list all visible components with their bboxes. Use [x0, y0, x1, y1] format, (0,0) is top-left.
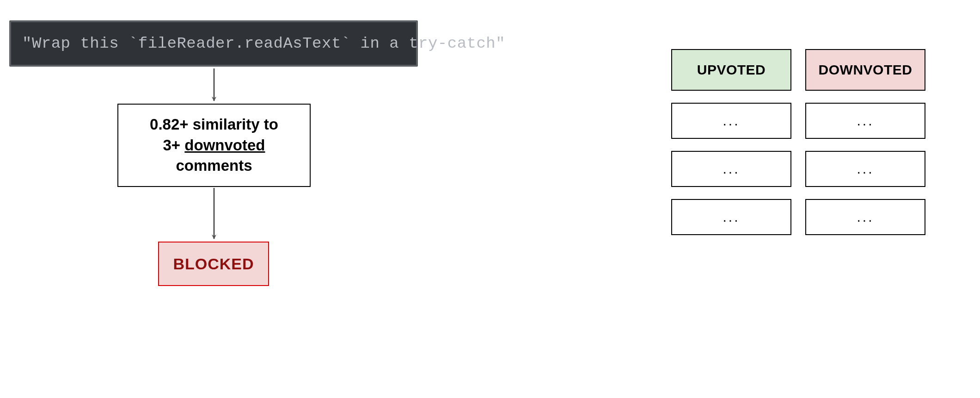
- rule-line-3: comments: [176, 157, 252, 174]
- downvoted-cell: ...: [805, 103, 925, 139]
- upvoted-cell-text: ...: [723, 161, 740, 177]
- upvoted-header: UPVOTED: [671, 49, 791, 91]
- rule-line-2-underlined: downvoted: [184, 137, 265, 154]
- rule-line-2-pre: 3+: [163, 137, 185, 154]
- code-review-comment-text: "Wrap this `fileReader.readAsText` in a …: [22, 35, 505, 52]
- blocked-label: BLOCKED: [173, 255, 254, 273]
- downvoted-cell: ...: [805, 151, 925, 187]
- upvoted-header-label: UPVOTED: [697, 62, 766, 78]
- downvoted-header-label: DOWNVOTED: [819, 62, 913, 78]
- vote-columns: UPVOTED ... ... ... DOWNVOTED ... ... ..…: [671, 49, 925, 235]
- upvoted-cell: ...: [671, 199, 791, 235]
- upvoted-cell-text: ...: [723, 209, 740, 225]
- upvoted-cell: ...: [671, 151, 791, 187]
- downvoted-cell: ...: [805, 199, 925, 235]
- blocked-status-box: BLOCKED: [158, 242, 269, 286]
- similarity-rule-box: 0.82+ similarity to 3+ downvoted comment…: [117, 104, 311, 187]
- similarity-rule-text: 0.82+ similarity to 3+ downvoted comment…: [150, 114, 278, 176]
- code-review-comment: "Wrap this `fileReader.readAsText` in a …: [9, 20, 418, 67]
- upvoted-cell: ...: [671, 103, 791, 139]
- downvoted-cell-text: ...: [857, 113, 874, 129]
- upvoted-column: UPVOTED ... ... ...: [671, 49, 791, 235]
- downvoted-header: DOWNVOTED: [805, 49, 925, 91]
- upvoted-cell-text: ...: [723, 113, 740, 129]
- downvoted-column: DOWNVOTED ... ... ...: [805, 49, 925, 235]
- downvoted-cell-text: ...: [857, 161, 874, 177]
- diagram-canvas: "Wrap this `fileReader.readAsText` in a …: [0, 0, 980, 398]
- rule-line-1: 0.82+ similarity to: [150, 116, 278, 133]
- downvoted-cell-text: ...: [857, 209, 874, 225]
